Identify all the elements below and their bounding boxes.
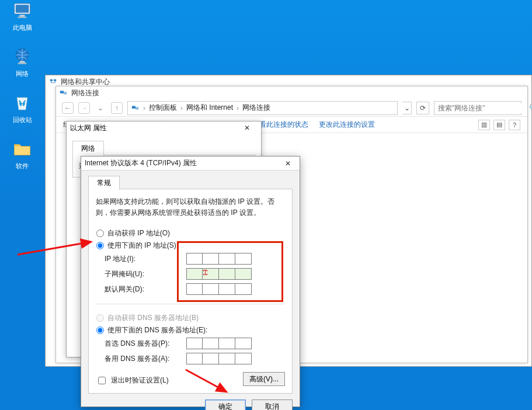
default-gateway-field[interactable] (186, 283, 284, 295)
ip-octet[interactable] (235, 338, 252, 349)
desktop-icon-label: 回收站 (13, 116, 32, 124)
label-subnet-mask: 子网掩码(U): (105, 269, 186, 279)
breadcrumb-item[interactable]: 网络和 Internet (186, 103, 233, 113)
ip-octet[interactable] (186, 268, 203, 280)
svg-rect-3 (18, 17, 27, 18)
nav-back-button[interactable]: ← (62, 102, 74, 114)
svg-rect-8 (54, 79, 56, 82)
toolbar-change-settings[interactable]: 更改此连接的设置 (319, 120, 375, 130)
radio-input[interactable] (96, 242, 104, 249)
desktop-icon-software-folder[interactable]: 软件 (12, 138, 33, 171)
ip-octet[interactable] (203, 268, 219, 280)
ip-address-field[interactable] (186, 253, 284, 265)
radio-manual-dns[interactable]: 使用下面的 DNS 服务器地址(E): (96, 325, 284, 335)
breadcrumb-item[interactable]: 控制面板 (149, 103, 177, 113)
address-bar-row: ← → ⌄ ↑ › 控制面板 › 网络和 Internet › 网络连接 ⌄ ⟳… (56, 99, 527, 117)
ip-octet[interactable] (219, 353, 235, 364)
ok-button[interactable]: 确定 (205, 399, 246, 410)
label-ip-address: IP 地址(I): (105, 254, 186, 264)
radio-input[interactable] (96, 230, 104, 237)
cancel-button[interactable]: 取消 (252, 399, 293, 410)
close-button[interactable]: ✕ (280, 158, 296, 169)
adapter-icon (60, 89, 68, 97)
ip-octet[interactable] (235, 253, 252, 265)
ip-octet[interactable] (219, 268, 235, 280)
preview-pane-button[interactable]: ▤ (493, 120, 505, 130)
ip-octet[interactable] (219, 338, 235, 349)
svg-rect-6 (18, 63, 27, 64)
help-button[interactable]: ? (509, 120, 520, 130)
network-icon (49, 78, 57, 86)
ip-octet[interactable] (203, 283, 219, 295)
desktop-icon-label: 此电脑 (13, 23, 32, 32)
svg-rect-5 (20, 61, 25, 63)
ip-octet[interactable] (235, 268, 252, 280)
ip-octet[interactable] (219, 283, 235, 295)
nav-forward-button[interactable]: → (78, 102, 90, 114)
close-button[interactable]: ✕ (237, 121, 258, 134)
tab-general[interactable]: 常规 (88, 176, 120, 190)
desktop-icon-this-pc[interactable]: 此电脑 (12, 0, 33, 32)
dialog-tcpipv4-properties: Internet 协议版本 4 (TCP/IPv4) 属性 ✕ 常规 如果网络支… (81, 156, 300, 407)
desktop-icon-label: 网络 (16, 70, 29, 78)
radio-label: 使用下面的 IP 地址(S): (107, 241, 178, 251)
desktop-icon-network[interactable]: 网络 (12, 46, 33, 78)
desktop-icon-recycle-bin[interactable]: 回收站 (12, 92, 33, 124)
ip-octet[interactable] (186, 338, 203, 349)
globe-icon (12, 46, 33, 67)
ip-octet[interactable] (235, 283, 252, 295)
svg-rect-7 (50, 79, 53, 82)
desktop-icons: 此电脑 网络 回收站 软件 (5, 0, 40, 171)
ip-octet[interactable] (186, 353, 203, 364)
recycle-bin-icon (12, 92, 33, 113)
titlebar[interactable]: 网络连接 (56, 86, 527, 99)
radio-auto-dns[interactable]: 自动获得 DNS 服务器地址(B) (96, 313, 284, 323)
breadcrumb[interactable]: › 控制面板 › 网络和 Internet › 网络连接 (127, 101, 398, 115)
view-mode-button[interactable]: ▥ (478, 120, 490, 130)
folder-icon (12, 138, 33, 159)
alternate-dns-field[interactable] (186, 353, 284, 364)
ip-octet[interactable] (235, 353, 252, 364)
radio-auto-ip[interactable]: 自动获得 IP 地址(O) (96, 228, 284, 238)
search-input[interactable] (437, 103, 527, 113)
computer-icon (12, 0, 33, 21)
preferred-dns-field[interactable] (186, 338, 284, 349)
ip-octet[interactable] (219, 253, 235, 265)
titlebar[interactable]: Internet 协议版本 4 (TCP/IPv4) 属性 ✕ (81, 157, 300, 171)
window-title: 网络和共享中心 (61, 77, 110, 87)
desktop-icon-label: 软件 (16, 162, 29, 171)
address-dropdown-button[interactable]: ⌄ (402, 102, 412, 114)
ip-octet[interactable] (203, 353, 219, 364)
window-title: 网络连接 (71, 88, 99, 98)
tab-network[interactable]: 网络 (72, 141, 104, 156)
ip-octet[interactable] (203, 253, 219, 265)
radio-label: 使用下面的 DNS 服务器地址(E): (107, 325, 207, 335)
adapter-icon (131, 104, 140, 112)
svg-rect-1 (16, 5, 29, 13)
radio-label: 自动获得 DNS 服务器地址(B) (107, 313, 199, 323)
ip-octet[interactable] (186, 283, 203, 295)
radio-input[interactable] (96, 326, 104, 334)
label-preferred-dns: 首选 DNS 服务器(P): (105, 339, 186, 349)
titlebar[interactable]: 以太网 属性 ✕ (67, 121, 261, 134)
refresh-button[interactable]: ⟳ (416, 102, 429, 114)
radio-label: 自动获得 IP 地址(O) (107, 228, 170, 238)
svg-rect-11 (132, 106, 135, 108)
breadcrumb-item[interactable]: 网络连接 (242, 103, 270, 113)
search-icon: 🔍 (529, 104, 532, 112)
checkbox-validate-on-exit[interactable] (98, 377, 106, 384)
radio-manual-ip[interactable]: 使用下面的 IP 地址(S): (96, 241, 284, 251)
ip-octet[interactable] (203, 338, 219, 349)
general-panel: 如果网络支持此功能，则可以获取自动指派的 IP 设置。否则，你需要从网络系统管理… (88, 189, 293, 394)
dialog-title: Internet 协议版本 4 (TCP/IPv4) 属性 (85, 158, 197, 168)
nav-recent-dropdown[interactable]: ⌄ (95, 102, 106, 114)
svg-rect-12 (135, 107, 138, 109)
svg-rect-10 (64, 92, 67, 94)
ip-octet[interactable] (186, 253, 203, 265)
radio-input (96, 314, 104, 322)
window-title: 以太网 属性 (70, 123, 107, 133)
advanced-button[interactable]: 高级(V)... (243, 372, 285, 386)
search-network-connections[interactable]: 🔍 (434, 101, 521, 115)
subnet-mask-field[interactable] (186, 268, 284, 280)
nav-up-button[interactable]: ↑ (111, 102, 123, 114)
